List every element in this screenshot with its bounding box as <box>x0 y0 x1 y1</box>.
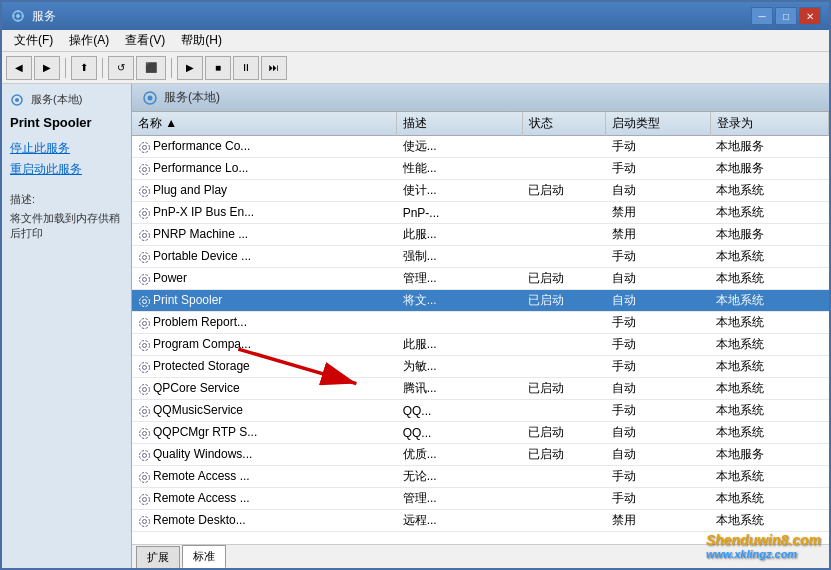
stop-service-link[interactable]: 停止此服务 <box>10 140 123 157</box>
cell-startup: 手动 <box>606 466 710 488</box>
left-panel-title: 服务(本地) <box>10 92 123 107</box>
pause-button[interactable]: ⏸ <box>233 56 259 80</box>
back-button[interactable]: ◀ <box>6 56 32 80</box>
cell-desc: 此服... <box>397 334 522 356</box>
close-button[interactable]: ✕ <box>799 7 821 25</box>
svg-point-16 <box>143 211 147 215</box>
table-row[interactable]: Performance Lo... 性能... 手动 本地服务 <box>132 158 829 180</box>
svg-point-10 <box>143 145 147 149</box>
play-button[interactable]: ▶ <box>177 56 203 80</box>
up-button[interactable]: ⬆ <box>71 56 97 80</box>
services-table-container[interactable]: 名称 ▲ 描述 状态 启动类型 登录为 Performance Co... 使远… <box>132 112 829 544</box>
menu-file[interactable]: 文件(F) <box>6 30 61 51</box>
svg-point-27 <box>140 318 150 328</box>
window-controls: ─ □ ✕ <box>751 7 821 25</box>
table-row[interactable]: Remote Deskto... 远程... 禁用 本地系统 <box>132 510 829 532</box>
window-title: 服务 <box>32 8 751 25</box>
export-button[interactable]: ⬛ <box>136 56 166 80</box>
main-window: 服务 ─ □ ✕ 文件(F) 操作(A) 查看(V) 帮助(H) ◀ ▶ ⬆ ↺… <box>0 0 831 570</box>
svg-point-15 <box>140 186 150 196</box>
svg-point-1 <box>16 14 20 18</box>
table-row[interactable]: QQPCMgr RTP S... QQ... 已启动 自动 本地系统 <box>132 422 829 444</box>
table-row[interactable]: QQMusicService QQ... 手动 本地系统 <box>132 400 829 422</box>
table-row[interactable]: Print Spooler 将文... 已启动 自动 本地系统 <box>132 290 829 312</box>
tab-standard[interactable]: 标准 <box>182 545 226 568</box>
col-header-startup[interactable]: 启动类型 <box>606 112 710 136</box>
restart-button[interactable]: ⏭ <box>261 56 287 80</box>
svg-point-21 <box>140 252 150 262</box>
cell-startup: 禁用 <box>606 510 710 532</box>
svg-point-41 <box>140 472 150 482</box>
svg-point-44 <box>143 519 147 523</box>
title-bar: 服务 ─ □ ✕ <box>2 2 829 30</box>
tab-expand[interactable]: 扩展 <box>136 546 180 568</box>
table-row[interactable]: QPCore Service 腾讯... 已启动 自动 本地系统 <box>132 378 829 400</box>
window-icon <box>10 8 26 24</box>
menu-view[interactable]: 查看(V) <box>117 30 173 51</box>
cell-login: 本地系统 <box>710 422 828 444</box>
cell-desc: 使计... <box>397 180 522 202</box>
cell-desc: 远程... <box>397 510 522 532</box>
panel-header-icon <box>142 90 158 106</box>
table-row[interactable]: PNRP Machine ... 此服... 禁用 本地服务 <box>132 224 829 246</box>
table-row[interactable]: PnP-X IP Bus En... PnP-... 禁用 本地系统 <box>132 202 829 224</box>
forward-button[interactable]: ▶ <box>34 56 60 80</box>
cell-status: 已启动 <box>522 180 606 202</box>
maximize-button[interactable]: □ <box>775 7 797 25</box>
table-row[interactable]: Problem Report... 手动 本地系统 <box>132 312 829 334</box>
cell-desc: PnP-... <box>397 202 522 224</box>
toolbar: ◀ ▶ ⬆ ↺ ⬛ ▶ ■ ⏸ ⏭ <box>2 52 829 84</box>
svg-point-40 <box>143 475 147 479</box>
col-header-login[interactable]: 登录为 <box>710 112 828 136</box>
svg-point-32 <box>143 387 147 391</box>
cell-desc: 管理... <box>397 268 522 290</box>
table-row[interactable]: Performance Co... 使远... 手动 本地服务 <box>132 136 829 158</box>
svg-point-26 <box>143 321 147 325</box>
cell-login: 本地系统 <box>710 290 828 312</box>
minimize-button[interactable]: ─ <box>751 7 773 25</box>
table-row[interactable]: Remote Access ... 无论... 手动 本地系统 <box>132 466 829 488</box>
table-row[interactable]: Portable Device ... 强制... 手动 本地系统 <box>132 246 829 268</box>
cell-status <box>522 466 606 488</box>
menu-action[interactable]: 操作(A) <box>61 30 117 51</box>
col-header-status[interactable]: 状态 <box>522 112 606 136</box>
cell-login: 本地系统 <box>710 356 828 378</box>
cell-startup: 自动 <box>606 180 710 202</box>
cell-status: 已启动 <box>522 378 606 400</box>
cell-status: 已启动 <box>522 444 606 466</box>
cell-startup: 手动 <box>606 400 710 422</box>
svg-point-42 <box>143 497 147 501</box>
desc-label: 描述: <box>10 192 123 207</box>
cell-startup: 手动 <box>606 246 710 268</box>
table-row[interactable]: Quality Windows... 优质... 已启动 自动 本地服务 <box>132 444 829 466</box>
cell-status <box>522 334 606 356</box>
cell-status: 已启动 <box>522 268 606 290</box>
panel-header: 服务(本地) <box>132 84 829 112</box>
cell-status <box>522 202 606 224</box>
table-row[interactable]: Power 管理... 已启动 自动 本地系统 <box>132 268 829 290</box>
cell-desc: 性能... <box>397 158 522 180</box>
table-row[interactable]: Plug and Play 使计... 已启动 自动 本地系统 <box>132 180 829 202</box>
cell-startup: 自动 <box>606 378 710 400</box>
cell-name: QQMusicService <box>132 400 397 422</box>
cell-startup: 禁用 <box>606 224 710 246</box>
cell-login: 本地系统 <box>710 180 828 202</box>
cell-startup: 自动 <box>606 444 710 466</box>
menu-help[interactable]: 帮助(H) <box>173 30 230 51</box>
col-header-desc[interactable]: 描述 <box>397 112 522 136</box>
col-header-name[interactable]: 名称 ▲ <box>132 112 397 136</box>
svg-point-9 <box>148 95 153 100</box>
svg-point-18 <box>143 233 147 237</box>
refresh-button[interactable]: ↺ <box>108 56 134 80</box>
stop-button[interactable]: ■ <box>205 56 231 80</box>
cell-status <box>522 136 606 158</box>
table-row[interactable]: Remote Access ... 管理... 手动 本地系统 <box>132 488 829 510</box>
cell-startup: 手动 <box>606 158 710 180</box>
restart-service-link[interactable]: 重启动此服务 <box>10 161 123 178</box>
svg-point-23 <box>140 274 150 284</box>
table-row[interactable]: Protected Storage 为敏... 手动 本地系统 <box>132 356 829 378</box>
table-row[interactable]: Program Compa... 此服... 手动 本地系统 <box>132 334 829 356</box>
cell-name: Performance Lo... <box>132 158 397 180</box>
svg-point-45 <box>140 516 150 526</box>
svg-point-35 <box>140 406 150 416</box>
